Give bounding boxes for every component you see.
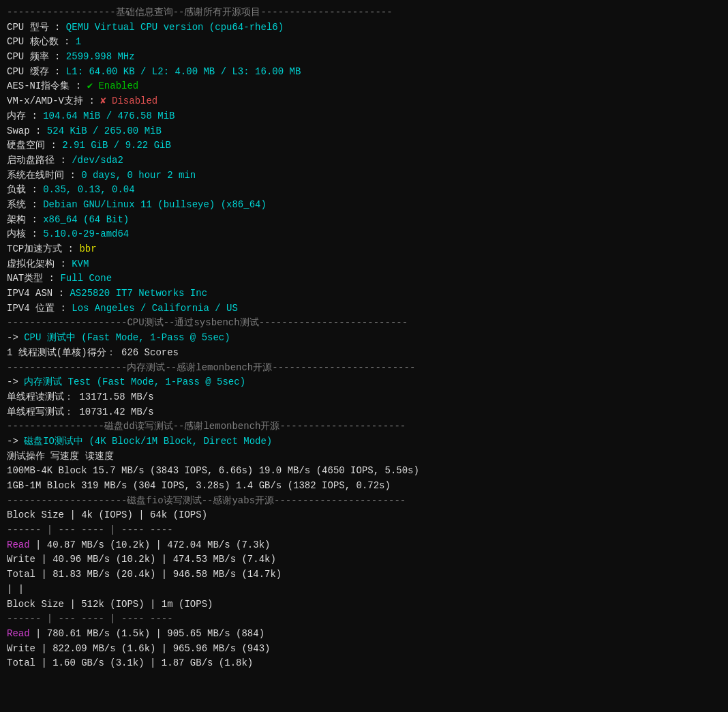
row-cpu-freq: CPU 频率 : 2599.998 MHz bbox=[7, 50, 721, 65]
row-virt: 虚拟化架构 : KVM bbox=[7, 257, 721, 272]
disk-dd-divider: -----------------磁盘dd读写测试--感谢lemonbench开… bbox=[7, 419, 721, 434]
value-uptime: 0 days, 0 hour 2 min bbox=[81, 170, 196, 181]
fio-table2: Block Size | 512k (IOPS) | 1m (IOPS) ---… bbox=[7, 597, 721, 671]
fio-t1-write-value: | 40.96 MB/s (10.2k) | 474.53 MB/s (7.4k… bbox=[35, 554, 276, 565]
fio-t2-write: Write | 822.09 MB/s (1.6k) | 965.96 MB/s… bbox=[7, 642, 721, 657]
fio-t1-sep: ------ | --- ---- | ---- ---- bbox=[7, 523, 721, 538]
row-cpu-model: CPU 型号 : QEMU Virtual CPU version (cpu64… bbox=[7, 20, 721, 35]
value-os: Debian GNU/Linux 11 (bullseye) (x86_64) bbox=[43, 199, 267, 210]
mem-read-row: 单线程读测试： 13171.58 MB/s bbox=[7, 390, 721, 405]
value-ipv4-asn: AS25820 IT7 Networks Inc bbox=[70, 288, 207, 299]
disk-dd-desc: 磁盘IO测试中 (4K Block/1M Block, Direct Mode) bbox=[24, 436, 272, 447]
disk-dd-row1: 100MB-4K Block 15.7 MB/s (3843 IOPS, 6.6… bbox=[7, 464, 721, 479]
row-nat: NAT类型 : Full Cone bbox=[7, 271, 721, 286]
row-load: 负载 : 0.35, 0.13, 0.04 bbox=[7, 183, 721, 198]
terminal-output: -------------------基础信息查询--感谢所有开源项目-----… bbox=[7, 5, 721, 671]
header-divider: -------------------基础信息查询--感谢所有开源项目-----… bbox=[7, 5, 721, 20]
label-aes-ni: AES-NI指令集 bbox=[7, 80, 76, 91]
label-cpu-cache: CPU 缓存 bbox=[7, 66, 55, 77]
mem-test-desc: 内存测试 Test (Fast Mode, 1-Pass @ 5sec) bbox=[24, 376, 245, 387]
fio-t1-read-label: Read bbox=[7, 539, 30, 550]
label-swap: Swap bbox=[7, 125, 35, 136]
row-os: 系统 : Debian GNU/Linux 11 (bullseye) (x86… bbox=[7, 198, 721, 213]
label-os: 系统 bbox=[7, 199, 31, 210]
value-cpu-freq: 2599.998 MHz bbox=[66, 51, 135, 62]
label-cpu-freq: CPU 频率 bbox=[7, 51, 55, 62]
row-aes-ni: AES-NI指令集 : ✔ Enabled bbox=[7, 79, 721, 94]
fio-t2-sep: ------ | --- ---- | ---- ---- bbox=[7, 612, 721, 627]
value-vmx: ✘ Disabled bbox=[100, 95, 157, 106]
fio-t2-total: Total | 1.60 GB/s (3.1k) | 1.87 GB/s (1.… bbox=[7, 656, 721, 671]
disk-fio-divider: ---------------------磁盘fio读写测试--感谢yabs开源… bbox=[7, 494, 721, 509]
label-ipv4-asn: IPV4 ASN bbox=[7, 288, 59, 299]
cpu-divider: ---------------------CPU测试--通过sysbench测试… bbox=[7, 316, 721, 331]
fio-t2-read-label: Read bbox=[7, 628, 30, 639]
label-tcp: TCP加速方式 bbox=[7, 243, 68, 254]
value-nat: Full Cone bbox=[60, 273, 112, 284]
row-uptime: 系统在线时间 : 0 days, 0 hour 2 min bbox=[7, 168, 721, 183]
label-load: 负载 bbox=[7, 184, 31, 195]
fio-t1-header: Block Size | 4k (IOPS) | 64k (IOPS) bbox=[7, 508, 721, 523]
row-mem: 内存 : 104.64 MiB / 476.58 MiB bbox=[7, 109, 721, 124]
label-mem: 内存 bbox=[7, 110, 31, 121]
fio-t1-total: Total | 81.83 MB/s (20.4k) | 946.58 MB/s… bbox=[7, 567, 721, 582]
row-cpu-cache: CPU 缓存 : L1: 64.00 KB / L2: 4.00 MB / L3… bbox=[7, 65, 721, 80]
fio-t1-blank: | | bbox=[7, 582, 721, 597]
fio-table1: Block Size | 4k (IOPS) | 64k (IOPS) ----… bbox=[7, 508, 721, 597]
label-boot-path: 启动盘路径 bbox=[7, 155, 60, 166]
value-tcp: bbr bbox=[79, 243, 96, 254]
fio-t2-write-label: Write bbox=[7, 643, 35, 654]
row-tcp: TCP加速方式 : bbr bbox=[7, 242, 721, 257]
label-uptime: 系统在线时间 bbox=[7, 170, 70, 181]
disk-dd-row2: 1GB-1M Block 319 MB/s (304 IOPS, 3.28s) … bbox=[7, 479, 721, 494]
value-swap: 524 KiB / 265.00 MiB bbox=[47, 125, 162, 136]
label-cpu-model: CPU 型号 bbox=[7, 22, 55, 33]
value-cpu-model: QEMU Virtual CPU version (cpu64-rhel6) bbox=[66, 22, 284, 33]
value-mem: 104.64 MiB / 476.58 MiB bbox=[43, 110, 175, 121]
fio-t2-header: Block Size | 512k (IOPS) | 1m (IOPS) bbox=[7, 597, 721, 612]
value-kernel: 5.10.0-29-amd64 bbox=[43, 228, 129, 239]
row-ipv4-location: IPV4 位置 : Los Angeles / California / US bbox=[7, 301, 721, 316]
value-disk: 2.91 GiB / 9.22 GiB bbox=[62, 140, 171, 151]
fio-t1-write-label: Write bbox=[7, 554, 35, 565]
label-virt: 虚拟化架构 bbox=[7, 258, 60, 269]
value-aes-ni: ✔ Enabled bbox=[87, 80, 139, 91]
value-ipv4-location: Los Angeles / California / US bbox=[72, 303, 238, 314]
cpu-test-line1: -> CPU 测试中 (Fast Mode, 1-Pass @ 5sec) bbox=[7, 331, 721, 346]
value-boot-path: /dev/sda2 bbox=[72, 155, 123, 166]
value-virt: KVM bbox=[72, 258, 89, 269]
row-arch: 架构 : x86_64 (64 Bit) bbox=[7, 213, 721, 228]
row-ipv4-asn: IPV4 ASN : AS25820 IT7 Networks Inc bbox=[7, 286, 721, 301]
label-kernel: 内核 bbox=[7, 228, 31, 239]
label-cpu-cores: CPU 核心数 bbox=[7, 36, 64, 47]
row-disk: 硬盘空间 : 2.91 GiB / 9.22 GiB bbox=[7, 138, 721, 153]
row-cpu-cores: CPU 核心数 : 1 bbox=[7, 35, 721, 50]
disk-dd-line1: -> 磁盘IO测试中 (4K Block/1M Block, Direct Mo… bbox=[7, 434, 721, 449]
value-cpu-cores: 1 bbox=[76, 36, 81, 47]
row-vmx: VM-x/AMD-V支持 : ✘ Disabled bbox=[7, 94, 721, 109]
row-kernel: 内核 : 5.10.0-29-amd64 bbox=[7, 227, 721, 242]
row-swap: Swap : 524 KiB / 265.00 MiB bbox=[7, 124, 721, 139]
label-nat: NAT类型 bbox=[7, 273, 49, 284]
value-arch: x86_64 (64 Bit) bbox=[43, 214, 129, 225]
fio-t2-read: Read | 780.61 MB/s (1.5k) | 905.65 MB/s … bbox=[7, 627, 721, 642]
fio-t1-write: Write | 40.96 MB/s (10.2k) | 474.53 MB/s… bbox=[7, 552, 721, 567]
mem-test-line1: -> 内存测试 Test (Fast Mode, 1-Pass @ 5sec) bbox=[7, 375, 721, 390]
label-vmx: VM-x/AMD-V支持 bbox=[7, 95, 89, 106]
label-ipv4-location: IPV4 位置 bbox=[7, 303, 60, 314]
disk-dd-header: 测试操作 写速度 读速度 bbox=[7, 449, 721, 464]
fio-t1-read-value: | 40.87 MB/s (10.2k) | 472.04 MB/s (7.3k… bbox=[30, 539, 271, 550]
fio-t1-read: Read | 40.87 MB/s (10.2k) | 472.04 MB/s … bbox=[7, 538, 721, 553]
cpu-test-score: 1 线程测试(单核)得分： 626 Scores bbox=[7, 346, 721, 361]
value-cpu-cache: L1: 64.00 KB / L2: 4.00 MB / L3: 16.00 M… bbox=[66, 66, 301, 77]
mem-write-row: 单线程写测试： 10731.42 MB/s bbox=[7, 405, 721, 420]
cpu-test-desc: CPU 测试中 (Fast Mode, 1-Pass @ 5sec) bbox=[24, 332, 230, 343]
label-disk: 硬盘空间 bbox=[7, 140, 50, 151]
mem-divider: ---------------------内存测试--感谢lemonbench开… bbox=[7, 361, 721, 376]
info-section: CPU 型号 : QEMU Virtual CPU version (cpu64… bbox=[7, 20, 721, 316]
fio-t2-read-value: | 780.61 MB/s (1.5k) | 905.65 MB/s (884) bbox=[30, 628, 264, 639]
fio-t2-write-value: | 822.09 MB/s (1.6k) | 965.96 MB/s (943) bbox=[35, 643, 270, 654]
label-arch: 架构 bbox=[7, 214, 31, 225]
value-load: 0.35, 0.13, 0.04 bbox=[43, 184, 134, 195]
row-boot-path: 启动盘路径 : /dev/sda2 bbox=[7, 153, 721, 168]
